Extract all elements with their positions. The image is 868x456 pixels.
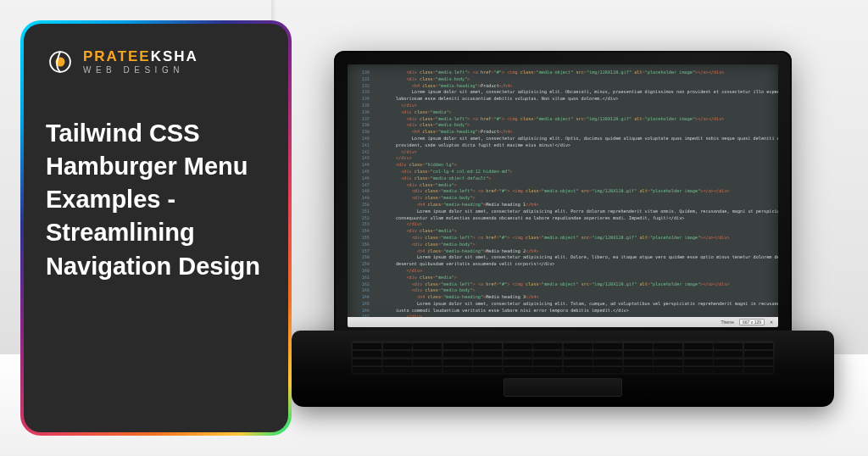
background-scene: 130 <div class="media-left"> <a href="#"…: [0, 0, 868, 456]
laptop-base: [292, 331, 834, 407]
laptop: 130 <div class="media-left"> <a href="#"…: [292, 51, 834, 407]
code-editor: 130 <div class="media-left"> <a href="#"…: [348, 64, 778, 327]
brand-text: PRATEEKSHA WEB DESIGN: [83, 49, 198, 75]
code-area: 130 <div class="media-left"> <a href="#"…: [348, 64, 778, 327]
brand-mark-icon: [46, 47, 75, 76]
promo-card-frame: PRATEEKSHA WEB DESIGN Tailwind CSS Hambu…: [20, 20, 292, 436]
trackpad: [504, 378, 622, 397]
status-coords: 667 x 129: [739, 319, 765, 325]
brand-subline: WEB DESIGN: [83, 66, 198, 75]
status-theme: Theme: [721, 320, 734, 325]
brand-name-accent: PRATEE: [83, 48, 151, 64]
promo-card: PRATEEKSHA WEB DESIGN Tailwind CSS Hambu…: [24, 24, 288, 432]
brand-logo: PRATEEKSHA WEB DESIGN: [46, 47, 266, 76]
brand-name-rest: KSHA: [151, 48, 198, 64]
card-headline: Tailwind CSS Hamburger Menu Examples - S…: [46, 117, 266, 283]
close-icon: ✕: [770, 320, 773, 325]
keyboard: [351, 341, 775, 375]
laptop-screen-bezel: 130 <div class="media-left"> <a href="#"…: [334, 51, 792, 348]
editor-status-bar: Theme 667 x 129 ✕: [348, 317, 778, 327]
brand-name: PRATEEKSHA: [83, 49, 198, 64]
